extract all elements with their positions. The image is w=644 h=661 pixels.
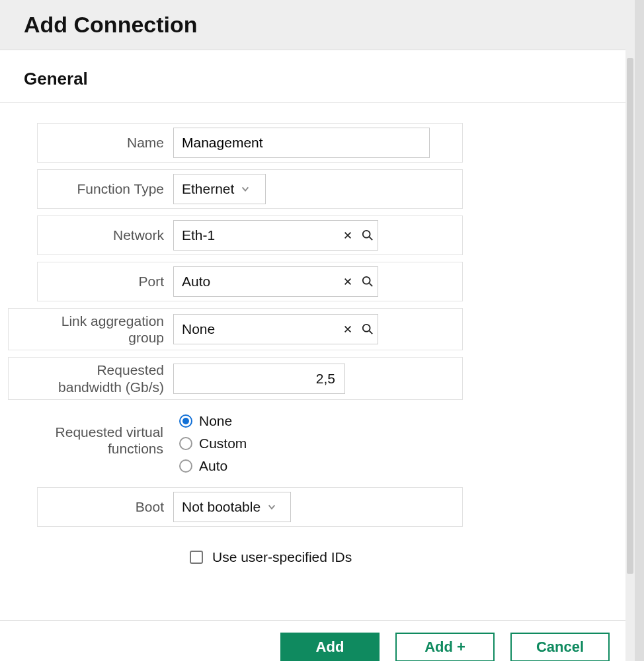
add-plus-button[interactable]: Add +	[395, 633, 495, 661]
clear-icon[interactable]	[338, 277, 358, 286]
search-icon[interactable]	[358, 276, 378, 288]
label-function-type: Function Type	[38, 170, 173, 208]
vf-radio-auto[interactable]: Auto	[179, 458, 247, 474]
function-type-select[interactable]: Ethernet	[173, 174, 266, 204]
row-network: Network Eth-1	[37, 215, 463, 255]
dialog-header: Add Connection	[0, 0, 635, 50]
boot-value: Not bootable	[182, 499, 261, 515]
clear-icon[interactable]	[338, 231, 358, 240]
form-general: Name Function Type Ethernet Network	[0, 103, 476, 565]
vf-radio-none[interactable]: None	[179, 413, 247, 429]
label-virtual-functions: Requested virtual functions	[8, 407, 173, 481]
scrollbar-track	[625, 0, 635, 661]
cancel-button[interactable]: Cancel	[510, 633, 610, 661]
row-user-ids[interactable]: Use user-specified IDs	[8, 533, 463, 565]
checkbox-icon	[190, 551, 203, 564]
lag-value: None	[174, 321, 338, 337]
row-lag: Link aggregation group None	[8, 308, 463, 350]
svg-point-0	[363, 231, 370, 238]
function-type-value: Ethernet	[182, 181, 234, 197]
checkbox-label: Use user-specified IDs	[212, 549, 352, 565]
row-name: Name	[37, 123, 463, 163]
row-boot: Boot Not bootable	[37, 487, 463, 527]
network-picker[interactable]: Eth-1	[173, 220, 378, 251]
boot-select[interactable]: Not bootable	[173, 492, 291, 522]
search-icon[interactable]	[358, 323, 378, 335]
search-icon[interactable]	[358, 229, 378, 241]
svg-point-2	[363, 325, 370, 332]
chevron-down-icon	[267, 502, 276, 512]
lag-picker[interactable]: None	[173, 314, 378, 344]
add-button[interactable]: Add	[280, 633, 380, 661]
port-picker[interactable]: Auto	[173, 266, 378, 297]
svg-point-1	[363, 277, 370, 284]
dialog-footer: Add Add + Cancel	[0, 620, 625, 661]
row-port: Port Auto	[37, 262, 463, 301]
network-value: Eth-1	[174, 227, 338, 243]
radio-icon	[179, 459, 192, 473]
radio-icon	[179, 437, 192, 450]
radio-icon	[179, 414, 192, 428]
row-bandwidth: Requested bandwidth (Gb/s) 2,5	[8, 357, 463, 399]
label-lag: Link aggregation group	[9, 309, 173, 350]
name-input[interactable]	[173, 128, 430, 158]
scrollbar-thumb[interactable]	[627, 58, 633, 574]
label-bandwidth: Requested bandwidth (Gb/s)	[9, 358, 173, 399]
label-port: Port	[38, 262, 173, 301]
port-value: Auto	[174, 274, 338, 290]
clear-icon[interactable]	[338, 325, 358, 334]
label-boot: Boot	[38, 488, 173, 526]
row-virtual-functions: Requested virtual functions None Custom	[8, 407, 463, 481]
dialog-title: Add Connection	[24, 12, 635, 38]
vf-radio-custom[interactable]: Custom	[179, 436, 247, 451]
bandwidth-input[interactable]: 2,5	[173, 364, 345, 394]
chevron-down-icon	[241, 184, 250, 194]
row-function-type: Function Type Ethernet	[37, 169, 463, 209]
add-connection-dialog: Add Connection General Name Function Typ…	[0, 0, 644, 661]
bandwidth-value: 2,5	[316, 371, 335, 387]
section-general-title: General	[0, 50, 635, 102]
label-name: Name	[38, 124, 173, 162]
vf-radio-group: None Custom Auto	[173, 410, 247, 477]
label-network: Network	[38, 216, 173, 254]
